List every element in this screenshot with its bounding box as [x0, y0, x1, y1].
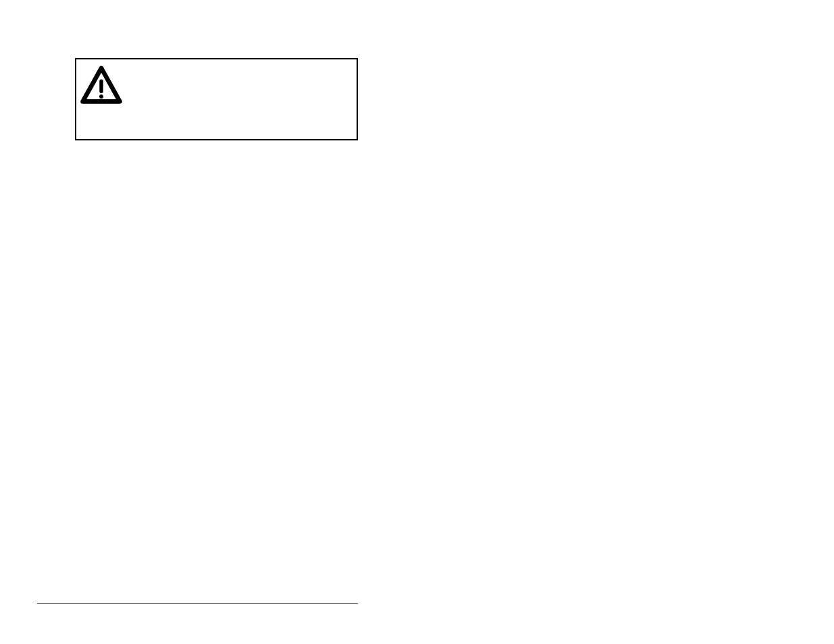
warning-box — [75, 58, 358, 140]
footer-divider — [37, 603, 358, 603]
document-page — [0, 0, 834, 644]
svg-point-1 — [99, 95, 103, 99]
warning-triangle-icon — [79, 63, 124, 108]
